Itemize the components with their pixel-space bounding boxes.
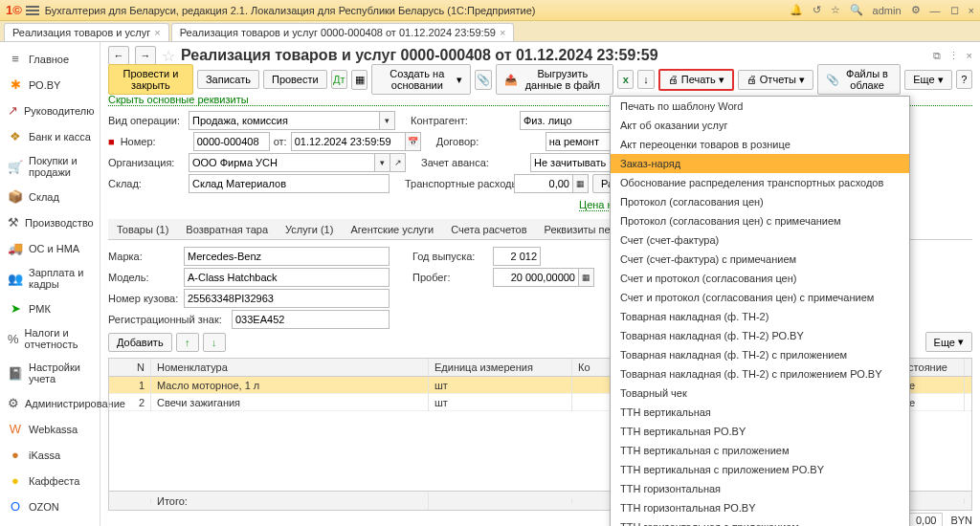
maximize-icon[interactable]: ◻ — [950, 4, 959, 16]
close-icon[interactable]: × — [500, 27, 505, 38]
transport-cost-field[interactable] — [514, 174, 573, 193]
sidebar-item[interactable]: ↗Руководителю — [0, 98, 100, 123]
close-icon[interactable]: × — [154, 27, 160, 38]
plate-field[interactable] — [232, 310, 390, 329]
sidebar-item[interactable]: ⚙Администрирование — [0, 390, 100, 416]
sidebar-item[interactable]: OOZON — [0, 493, 100, 519]
print-menu-item[interactable]: Счет и протокол (согласования цен) — [611, 269, 909, 288]
post-and-close-button[interactable]: Провести и закрыть — [108, 64, 193, 95]
tab-returnable[interactable]: Возвратная тара — [177, 219, 277, 239]
print-menu-item[interactable]: ТТН горизонтальная с приложением — [611, 517, 909, 526]
attach-icon[interactable]: 📎 — [475, 70, 491, 90]
operation-type-field[interactable] — [189, 111, 380, 130]
calc-icon[interactable]: ▦ — [573, 174, 589, 193]
cloud-files-button[interactable]: 📎 Файлы в облаке — [817, 64, 901, 95]
vin-field[interactable] — [184, 289, 390, 308]
sidebar-item[interactable]: 🛒Покупки и продажи — [0, 149, 100, 184]
dropdown-icon[interactable]: ▾ — [380, 111, 395, 130]
print-menu-item[interactable]: ТТН горизонтальная РО.BY — [611, 498, 909, 517]
print-menu-item[interactable]: Акт переоценки товаров в рознице — [611, 135, 909, 154]
structure-icon[interactable]: ▦ — [351, 70, 368, 90]
forward-button[interactable]: → — [135, 46, 156, 65]
sidebar-item[interactable]: 📦Склад — [0, 184, 100, 209]
excel-icon[interactable]: x — [617, 70, 634, 89]
add-row-button[interactable]: Добавить — [108, 333, 172, 352]
close-panel-icon[interactable]: × — [967, 50, 972, 62]
mileage-field[interactable] — [493, 268, 579, 287]
print-menu-item[interactable]: ТТН вертикальная с приложением — [611, 441, 909, 460]
col-item[interactable]: Номенклатура — [151, 359, 429, 376]
user-label[interactable]: admin — [873, 5, 902, 16]
print-menu-item[interactable]: Протокол (согласования цен) — [611, 192, 909, 211]
sidebar-item[interactable]: ❖Банк и касса — [0, 123, 100, 149]
number-field[interactable] — [193, 132, 270, 151]
more-icon[interactable]: ⋮ — [948, 50, 959, 62]
sidebar-item[interactable]: %Налоги и отчетность — [0, 321, 100, 356]
col-unit[interactable]: Единица измерения — [429, 359, 572, 376]
print-button[interactable]: 🖨 Печать ▾ — [658, 69, 734, 91]
sidebar-item[interactable]: 🚚ОС и НМА — [0, 235, 100, 261]
history-icon[interactable]: ↺ — [813, 4, 821, 16]
print-menu-item[interactable]: ТТН вертикальная с приложением РО.BY — [611, 460, 909, 479]
model-field[interactable] — [184, 268, 390, 287]
print-menu-item[interactable]: ТТН вертикальная РО.BY — [611, 422, 909, 441]
dropdown-icon[interactable]: ▾ — [375, 153, 390, 172]
close-icon[interactable]: × — [969, 5, 974, 16]
tab-item[interactable]: Реализация товаров и услуг× — [4, 23, 169, 41]
move-down-icon[interactable]: ↓ — [203, 333, 226, 352]
post-button[interactable]: Провести — [263, 70, 327, 89]
year-field[interactable] — [493, 247, 541, 266]
tab-accounts[interactable]: Счета расчетов — [442, 219, 535, 239]
sidebar-item[interactable]: WWebkassa — [0, 416, 100, 442]
sidebar-item[interactable]: ➤РМК — [0, 296, 100, 321]
print-menu-item[interactable]: Обоснование распределения транспортных р… — [611, 173, 909, 192]
save-button[interactable]: Записать — [197, 70, 259, 89]
print-menu-item[interactable]: ТТН вертикальная — [611, 403, 909, 422]
print-menu-item[interactable]: Товарная накладная (ф. ТН-2) — [611, 307, 909, 326]
open-icon[interactable]: ↗ — [390, 153, 406, 172]
print-menu-item[interactable]: Товарная накладная (ф. ТН-2) с приложени… — [611, 364, 909, 384]
warehouse-field[interactable] — [189, 174, 390, 193]
sidebar-item[interactable]: ✱РО.BY — [0, 72, 100, 98]
more-button[interactable]: Еще ▾ — [925, 332, 972, 352]
back-button[interactable]: ← — [108, 46, 129, 65]
move-up-icon[interactable]: ↑ — [176, 333, 199, 352]
print-menu-item[interactable]: Счет (счет-фактура) — [611, 230, 909, 250]
sidebar-item[interactable]: 📓Настройки учета — [0, 356, 100, 390]
more-button[interactable]: Еще ▾ — [904, 70, 951, 90]
search-icon[interactable]: 🔍 — [850, 4, 863, 16]
export-file-button[interactable]: 📤 Выгрузить данные в файл — [496, 64, 613, 95]
print-menu-item[interactable]: Товарный чек — [611, 384, 909, 403]
sidebar-item[interactable]: ●Каффеста — [0, 468, 100, 493]
print-menu-item[interactable]: Товарная накладная (ф. ТН-2) с приложени… — [611, 345, 909, 364]
sidebar-item[interactable]: ≡Главное — [0, 46, 100, 72]
menu-icon[interactable] — [26, 4, 39, 17]
bell-icon[interactable]: 🔔 — [790, 4, 803, 16]
sidebar-item[interactable]: 👥Зарплата и кадры — [0, 261, 100, 296]
tab-services[interactable]: Услуги (1) — [277, 219, 342, 239]
print-menu-item[interactable]: Протокол (согласования цен) с примечание… — [611, 211, 909, 230]
tab-item[interactable]: Реализация товаров и услуг 0000-000408 о… — [171, 23, 515, 41]
print-menu-item[interactable]: Заказ-наряд — [611, 154, 909, 173]
calendar-icon[interactable]: 📅 — [406, 132, 421, 151]
settings-icon[interactable]: ⚙ — [911, 4, 921, 16]
star-icon[interactable]: ☆ — [831, 4, 840, 16]
sidebar-item[interactable]: ⚒Производство — [0, 209, 100, 235]
print-menu-item[interactable]: Печать по шаблону Word — [611, 97, 909, 116]
brand-field[interactable] — [184, 247, 390, 266]
col-n[interactable]: N — [109, 359, 151, 376]
print-menu-item[interactable]: ТТН горизонтальная — [611, 479, 909, 498]
tab-agency[interactable]: Агентские услуги — [342, 219, 442, 239]
help-button[interactable]: ? — [956, 70, 972, 89]
open-new-window-icon[interactable]: ⧉ — [933, 50, 941, 62]
date-field[interactable] — [291, 132, 406, 151]
reports-button[interactable]: 🖨 Отчеты ▾ — [738, 70, 813, 90]
minimize-icon[interactable]: — — [930, 5, 941, 16]
print-menu-item[interactable]: Товарная накладная (ф. ТН-2) РО.BY — [611, 326, 909, 345]
organization-field[interactable] — [189, 153, 375, 172]
favorite-icon[interactable]: ☆ — [162, 47, 175, 65]
sidebar-item[interactable]: ●iKassa — [0, 442, 100, 468]
sidebar-item[interactable]: WWildberries — [0, 519, 100, 526]
print-menu-item[interactable]: Счет (счет-фактура) с примечанием — [611, 250, 909, 269]
create-based-on-button[interactable]: Создать на основании ▾ — [371, 64, 471, 95]
